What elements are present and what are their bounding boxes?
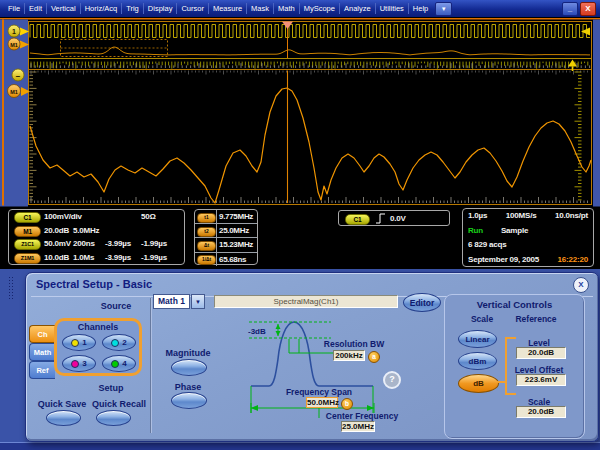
ch2-color-dot-icon — [111, 339, 119, 347]
z1c1-scale: 50.0mV — [44, 239, 71, 248]
svg-text:1: 1 — [12, 28, 16, 35]
resolution-bw-value[interactable]: 200kHz — [333, 350, 365, 361]
math-selector[interactable]: Math 1 — [153, 294, 190, 309]
menu-item-utilities[interactable]: Utilities — [376, 3, 409, 14]
menu-item-mask[interactable]: Mask — [247, 3, 274, 14]
menu-item-edit[interactable]: Edit — [25, 3, 47, 14]
ch1-radio-label: 1 — [82, 338, 86, 347]
zoom-collapse-button[interactable]: − — [12, 69, 24, 81]
resolution-bw-label: Resolution BW — [319, 339, 389, 349]
run-state: Run — [468, 226, 483, 235]
waveform-display: 1 M1 − M1 — [0, 17, 600, 207]
quick-save-button[interactable] — [46, 410, 81, 426]
t2-value: 25.0MHz — [216, 224, 257, 237]
menu-item-myscope[interactable]: MyScope — [300, 3, 340, 14]
quick-save-label: Quick Save — [31, 399, 93, 409]
cursor-t2-row: t2 25.0MHz — [195, 224, 257, 238]
math-expression-field[interactable]: SpectralMag(Ch1) — [214, 295, 398, 308]
c1-badge: C1 — [14, 212, 41, 223]
ch1-color-dot-icon — [71, 339, 79, 347]
t1-value: 9.775MHz — [216, 210, 257, 223]
channel1-square-wave-trace — [30, 25, 590, 38]
timebase: 1.0µs — [468, 211, 487, 220]
sample-rate: 100MS/s — [506, 211, 537, 220]
bottom-strip — [0, 442, 600, 450]
z1m1-pos1: -3.99µs — [105, 253, 131, 262]
quick-recall-button[interactable] — [96, 410, 131, 426]
channel-4-radio[interactable]: 4 — [102, 355, 136, 372]
menu-overflow-button[interactable]: ▼ — [435, 2, 452, 16]
channel-readouts: C1 100mV/div 50Ω M1 20.0dB 5.0MHz Z1C1 5… — [8, 209, 185, 265]
phase-button[interactable] — [171, 392, 207, 409]
frequency-span-value[interactable]: 50.0MHz — [306, 397, 338, 408]
close-button[interactable]: X — [580, 2, 596, 16]
menu-bar: File Edit Vertical Horiz/Acq Trig Displa… — [0, 0, 600, 17]
linear-button[interactable]: Linear — [458, 330, 497, 348]
channel-1-radio[interactable]: 1 — [62, 334, 96, 351]
cursor-delta-t-row: Δt 15.23MHz — [195, 238, 257, 252]
tab-math[interactable]: Math — [29, 343, 55, 361]
menu-item-math[interactable]: Math — [274, 3, 300, 14]
section-divider — [150, 298, 152, 433]
vertical-controls-panel: Vertical Controls Scale Reference Linear… — [444, 294, 585, 439]
svg-text:−: − — [16, 72, 21, 81]
menu-item-file[interactable]: File — [4, 3, 25, 14]
menu-item-horiz-acq[interactable]: Horiz/Acq — [81, 3, 123, 14]
menu-item-display[interactable]: Display — [144, 3, 178, 14]
center-frequency-label: Center Frequency — [322, 411, 402, 421]
level-offset-value[interactable]: 223.6mV — [516, 374, 566, 386]
m1-span: 5.0MHz — [73, 226, 99, 235]
phase-label: Phase — [157, 382, 219, 392]
tekscope-screen: File Edit Vertical Horiz/Acq Trig Displa… — [0, 0, 600, 450]
setup-label: Setup — [61, 383, 161, 393]
menu-item-trig[interactable]: Trig — [122, 3, 144, 14]
dbm-button[interactable]: dBm — [458, 352, 497, 370]
menu-item-analyze[interactable]: Analyze — [340, 3, 376, 14]
acquisition-readout: 1.0µs 100MS/s 10.0ns/pt Run Sample 6 829… — [462, 208, 594, 267]
inv-delta-t-value: 65.68ns — [216, 253, 257, 266]
dialog-close-button[interactable]: X — [573, 277, 589, 293]
knob-b-icon: b — [341, 398, 353, 410]
z1m1-readout-row: Z1M1 10.0dB 1.0Ms -3.99µs -1.99µs — [9, 251, 184, 265]
channel-3-radio[interactable]: 3 — [62, 355, 96, 372]
scale-value[interactable]: 20.0dB — [516, 406, 566, 418]
ch3-radio-label: 3 — [82, 359, 86, 368]
math-selector-dropdown-button[interactable]: ▼ — [191, 294, 205, 309]
z1m1-badge: Z1M1 — [14, 253, 41, 264]
help-icon[interactable]: ? — [383, 371, 401, 389]
minimize-button[interactable]: _ — [562, 2, 578, 16]
date: September 09, 2005 — [468, 255, 539, 264]
db-button[interactable]: dB — [458, 374, 499, 393]
ch4-color-dot-icon — [111, 360, 119, 368]
tab-ref[interactable]: Ref — [29, 361, 55, 379]
quick-recall-label: Quick Recall — [88, 399, 150, 409]
magnitude-button[interactable] — [171, 359, 207, 376]
clock: 16:22:20 — [558, 255, 588, 264]
svg-text:M1: M1 — [10, 89, 18, 95]
acq-mode: Sample — [501, 226, 528, 235]
ch4-radio-label: 4 — [122, 359, 126, 368]
reference-column-label: Reference — [507, 314, 565, 324]
z1c1-pos1: -3.99µs — [105, 239, 131, 248]
z1c1-pos2: -1.99µs — [141, 239, 167, 248]
scale-column-label: Scale — [457, 314, 507, 324]
dialog-title: Spectral Setup - Basic — [36, 278, 152, 290]
channel-2-radio[interactable]: 2 — [102, 334, 136, 351]
cursor-readouts: t1 9.775MHz t2 25.0MHz Δt 15.23MHz 1/Δt … — [194, 209, 258, 265]
ch3-color-dot-icon — [71, 360, 79, 368]
z1m1-pos2: -1.99µs — [141, 253, 167, 262]
menu-item-help[interactable]: Help — [409, 3, 432, 14]
svg-text:M1: M1 — [10, 42, 18, 48]
tab-ch[interactable]: Ch — [29, 325, 55, 343]
menu-item-measure[interactable]: Measure — [209, 3, 247, 14]
center-frequency-value[interactable]: 25.0MHz — [341, 421, 375, 432]
m1-badge: M1 — [14, 226, 41, 237]
menu-item-cursor[interactable]: Cursor — [177, 3, 209, 14]
m1-scale: 20.0dB — [44, 226, 69, 235]
editor-button[interactable]: Editor — [403, 293, 441, 312]
level-value[interactable]: 20.0dB — [516, 347, 566, 359]
menu-item-vertical[interactable]: Vertical — [47, 3, 81, 14]
source-label: Source — [66, 301, 166, 311]
m1-readout-row: M1 20.0dB 5.0MHz — [9, 224, 184, 238]
magnitude-label: Magnitude — [157, 348, 219, 358]
